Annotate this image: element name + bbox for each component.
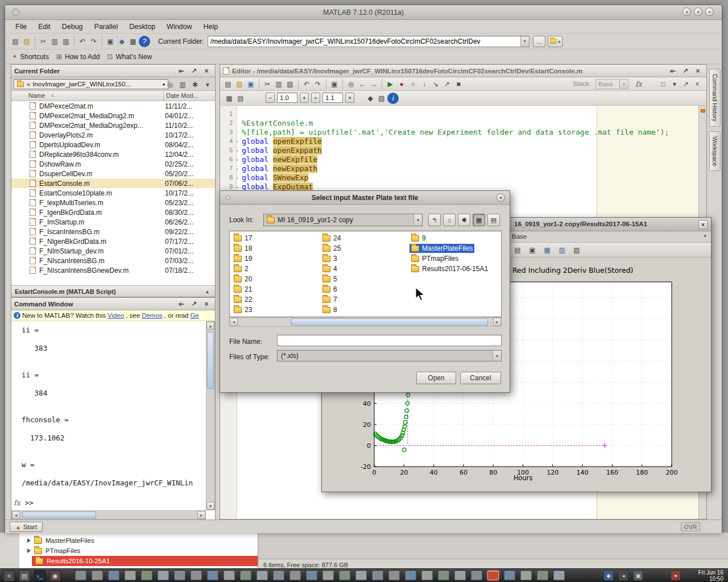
- exit-debug-icon[interactable]: ■: [453, 78, 464, 90]
- new-folder-icon[interactable]: ✱: [458, 214, 470, 226]
- taskbar-window-button[interactable]: [141, 571, 152, 580]
- stack-combo[interactable]: Base ▾: [595, 79, 628, 89]
- expander-icon[interactable]: [27, 538, 31, 543]
- volume-tray-icon[interactable]: ◂: [619, 571, 628, 580]
- video-link[interactable]: Video: [107, 312, 124, 319]
- taskbar-window-button[interactable]: [372, 571, 383, 580]
- refactor-icon[interactable]: ◆: [365, 93, 376, 104]
- dialog-folder-item[interactable]: 18: [230, 243, 318, 253]
- start-button[interactable]: ▲ Start: [10, 522, 43, 532]
- dialog-folder-item[interactable]: MasterPlateFiles: [407, 243, 496, 253]
- file-row[interactable]: F_NImStartup_dev.m07/01/2...: [11, 246, 215, 256]
- menu-parallel[interactable]: Parallel: [89, 22, 124, 32]
- dialog-folder-item[interactable]: 2: [230, 264, 318, 274]
- dock-panel-icon[interactable]: ⇤: [176, 298, 187, 310]
- file-row[interactable]: DpertsUploadDev.m08/04/2...: [11, 140, 215, 149]
- fx-icon[interactable]: fx: [635, 80, 642, 88]
- dialog-folder-item[interactable]: 19: [230, 253, 318, 264]
- shade-window-button[interactable]: ∨: [682, 7, 691, 16]
- scroll-left-button[interactable]: ◂: [12, 511, 20, 519]
- copy-icon[interactable]: ▥: [49, 36, 60, 47]
- cancel-button[interactable]: Cancel: [460, 372, 501, 384]
- breadcrumb[interactable]: « InovImager_jwrCF_WINLinx150... ▸: [14, 79, 168, 89]
- taskbar-window-button[interactable]: [339, 571, 350, 580]
- menu-file[interactable]: File: [10, 22, 32, 32]
- dialog-folder-item[interactable]: Results2017-06-15A1: [407, 264, 496, 274]
- divide-button[interactable]: ÷: [311, 93, 320, 103]
- scrollbar-thumb[interactable]: [22, 512, 96, 518]
- taskbar-window-button[interactable]: [75, 571, 86, 580]
- dock-panel-icon[interactable]: ⇤: [667, 65, 679, 77]
- copy-icon[interactable]: ▥: [273, 78, 284, 90]
- value-field-2[interactable]: 1.1: [322, 93, 343, 103]
- taskbar-window-button[interactable]: [257, 571, 268, 580]
- undock-editor-icon[interactable]: ↗: [680, 78, 692, 90]
- dialog-folder-item[interactable]: 9: [407, 233, 496, 243]
- editor-titlebar[interactable]: Editor - /media/data/EASY/InovImager_jwr…: [220, 65, 706, 77]
- taskbar-clock[interactable]: Fri Jun 16 10:50: [698, 569, 723, 582]
- taskbar-window-button[interactable]: [125, 571, 136, 580]
- maximize-window-button[interactable]: ∧: [694, 7, 702, 16]
- taskbar-window-button[interactable]: [388, 571, 400, 580]
- dialog-folder-item[interactable]: 24: [318, 233, 407, 243]
- undo-icon[interactable]: ↶: [301, 78, 312, 90]
- multiply-button[interactable]: ×: [345, 93, 354, 103]
- shortcuts-label[interactable]: Shortcuts: [20, 53, 49, 61]
- command-prompt[interactable]: >>: [25, 498, 34, 507]
- matlab-titlebar[interactable]: MATLAB 7.12.0 (R2011a) ∨∧×: [5, 5, 722, 20]
- file-row[interactable]: F_IscanIntensBG.m09/22/2...: [11, 227, 215, 236]
- cut-icon[interactable]: ✂: [262, 78, 273, 90]
- scroll-right-button[interactable]: ▸: [197, 511, 205, 519]
- tree-item[interactable]: Results2016-10-25A1: [32, 556, 258, 566]
- menu-help[interactable]: Help: [198, 22, 224, 32]
- paste-icon[interactable]: ▧: [284, 78, 296, 90]
- redo-icon[interactable]: ↷: [312, 78, 324, 90]
- dialog-folder-item[interactable]: 6: [318, 284, 407, 294]
- notifications-tray-icon[interactable]: ●: [671, 571, 680, 580]
- dialog-folder-item[interactable]: 7: [318, 294, 407, 305]
- actions-gear-icon[interactable]: ✱: [189, 79, 201, 90]
- close-panel-icon[interactable]: ×: [201, 65, 212, 77]
- undock-panel-icon[interactable]: ↗: [188, 65, 200, 77]
- taskbar-window-button[interactable]: [520, 571, 532, 580]
- dialog-folder-item[interactable]: 3: [318, 253, 407, 264]
- list-view-icon[interactable]: ▤: [487, 214, 500, 226]
- file-row[interactable]: EstartConsole10plate.m10/17/2...: [11, 188, 215, 198]
- taskbar-window-button[interactable]: [438, 571, 449, 580]
- step-icon[interactable]: ↓: [419, 78, 430, 90]
- fx-icon[interactable]: fx: [14, 498, 20, 507]
- scrollbar-thumb[interactable]: [207, 332, 214, 389]
- dialog-folder-item[interactable]: 8: [318, 305, 407, 315]
- taskbar-window-button[interactable]: [240, 571, 251, 580]
- taskbar-window-button[interactable]: [471, 571, 482, 580]
- taskbar-window-button[interactable]: [355, 571, 367, 580]
- scroll-up-button[interactable]: ▴: [206, 322, 214, 330]
- actions-caret-icon[interactable]: ▾: [202, 79, 213, 90]
- scrollbar-thumb[interactable]: [291, 318, 488, 326]
- type-caret-icon[interactable]: ▾: [493, 351, 501, 361]
- files-of-type-combo[interactable]: (*.xls) ▾: [277, 350, 502, 361]
- dialog-folder-item[interactable]: 20: [230, 274, 318, 284]
- up-one-level-icon[interactable]: ↰: [428, 214, 441, 226]
- scroll-down-button[interactable]: ▾: [206, 502, 214, 510]
- search-icon[interactable]: ◎: [164, 79, 176, 90]
- dialog-folder-item[interactable]: 21: [230, 284, 318, 294]
- look-in-caret-icon[interactable]: ▾: [413, 214, 422, 226]
- taskbar-window-button[interactable]: [108, 571, 119, 580]
- demos-link[interactable]: Demos: [142, 312, 162, 319]
- value-field-1[interactable]: 1.0: [277, 93, 297, 103]
- taskbar-window-button[interactable]: [454, 571, 466, 580]
- run-icon[interactable]: ▶: [384, 78, 396, 90]
- step-out-icon[interactable]: ↗: [441, 78, 453, 90]
- scroll-left-button[interactable]: ◂: [230, 318, 238, 326]
- taskbar-window-button[interactable]: [224, 571, 235, 580]
- grid-view-icon[interactable]: ▦: [473, 214, 485, 226]
- file-row[interactable]: DMPexcel2mat.m11/11/2...: [11, 101, 215, 111]
- menu-debug[interactable]: Debug: [56, 22, 89, 32]
- taskbar-window-button[interactable]: [405, 571, 416, 580]
- save-figure-icon[interactable]: ▣: [527, 244, 538, 256]
- current-folder-header[interactable]: Current Folder ⇤↗×: [11, 65, 215, 77]
- horizontal-scrollbar[interactable]: ◂ ▸: [11, 510, 206, 519]
- taskbar-window-button[interactable]: [306, 571, 317, 580]
- file-row[interactable]: DshowRaw.m02/25/2...: [11, 159, 215, 169]
